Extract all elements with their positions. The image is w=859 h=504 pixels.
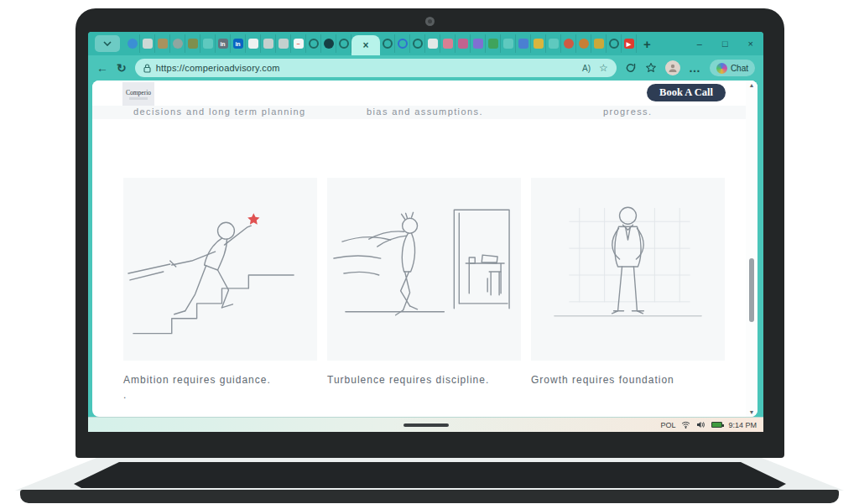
x-blue-icon (518, 39, 528, 49)
document-icon[interactable] (246, 34, 261, 53)
logo-text: Comperio (126, 90, 151, 96)
youtube-icon[interactable]: ▶ (622, 34, 637, 53)
tab-actions-button[interactable] (95, 35, 120, 52)
photos-icon (158, 39, 168, 49)
x-blue-icon[interactable] (516, 34, 531, 53)
camera-icon (173, 39, 183, 49)
scrollbar-thumb[interactable] (749, 258, 754, 322)
power-icon (398, 39, 408, 49)
linkedin-icon: in (233, 39, 243, 49)
read-aloud-icon[interactable]: A) (582, 64, 591, 73)
bolt-yellow-icon[interactable] (591, 34, 607, 53)
faded-tab-icon-2[interactable] (501, 34, 516, 53)
app-window-icon[interactable] (140, 34, 155, 53)
new-tab-button[interactable]: + (643, 37, 651, 51)
note-icon (428, 39, 438, 49)
card-turbulence (327, 178, 521, 361)
illustration-climbing-stairs-to-star (123, 178, 317, 361)
chrome-color-icon[interactable] (561, 34, 576, 53)
site-logo[interactable]: Comperio (122, 82, 154, 107)
laptop-keyboard-recess (71, 462, 789, 488)
faded-tab-icon[interactable] (200, 34, 216, 53)
sheet-icon (263, 39, 273, 49)
globe-icon-2 (339, 39, 349, 49)
favorite-star-icon[interactable]: ☆ (599, 62, 608, 74)
bolt-yellow-icon (594, 39, 604, 49)
illustration-standing-figure-grid (531, 178, 725, 361)
logo-tagline-line (129, 97, 148, 100)
person-icon (668, 63, 678, 73)
lock-icon (143, 64, 151, 73)
restore-button[interactable]: □ (722, 39, 728, 49)
youtube-icon: ▶ (624, 39, 634, 49)
book-a-call-button[interactable]: Book A Call (647, 84, 726, 101)
globe-icon-2[interactable] (336, 34, 351, 53)
back-button[interactable]: ← (96, 62, 108, 74)
globe-icon-3[interactable] (380, 34, 395, 53)
chart-doc-icon[interactable]: ~ (291, 34, 306, 53)
camera-icon[interactable] (170, 34, 185, 53)
fragment-text: progress. (531, 107, 725, 117)
battery-icon[interactable] (711, 422, 722, 428)
fragment-text: bias and assumptions. (327, 107, 521, 117)
linkedin-gray-icon[interactable]: in (216, 34, 231, 53)
more-menu-icon[interactable]: … (689, 62, 701, 74)
chrome-color-icon-2 (579, 39, 589, 49)
wave-magenta-icon[interactable] (456, 34, 471, 53)
language-indicator[interactable]: POL (660, 421, 675, 429)
page-viewport: Comperio Book A Call decisions and long … (92, 81, 757, 417)
refresh-button[interactable]: ↻ (117, 62, 127, 74)
photos-icon[interactable] (155, 34, 170, 53)
faded-tab-icon-2 (503, 39, 513, 49)
page-scrollbar[interactable]: ▲ ▼ (746, 81, 757, 417)
tab-close-icon[interactable]: × (362, 40, 368, 50)
note-icon[interactable] (425, 34, 440, 53)
power-icon[interactable] (395, 34, 410, 53)
browser-window: inin~ × ▶ + – □ × ← ↻ https://comperioad… (88, 32, 763, 432)
address-bar[interactable]: https://comperioadvisory.com A) ☆ (135, 59, 617, 77)
drive-icon (488, 39, 498, 49)
globe-dark-icon[interactable] (321, 34, 336, 53)
image-icon[interactable] (185, 34, 200, 53)
globe-icon-5[interactable] (607, 34, 622, 53)
faded-tab-icon-3[interactable] (546, 34, 561, 53)
spark-yellow-icon[interactable] (531, 34, 546, 53)
linkedin-icon[interactable]: in (231, 34, 246, 53)
edge-icon[interactable] (125, 34, 140, 53)
minimize-button[interactable]: – (697, 39, 702, 49)
laptop-bottom-edge (20, 490, 839, 503)
card-growth (531, 178, 725, 361)
chrome-color-icon-2[interactable] (576, 34, 591, 53)
sheet-icon-2 (279, 39, 289, 49)
speaker-icon[interactable] (696, 421, 705, 429)
copilot-icon (716, 63, 727, 74)
browser-essentials-icon[interactable] (625, 62, 637, 74)
globe-icon-4 (413, 39, 423, 49)
active-tab[interactable]: × (351, 35, 380, 55)
chart-doc-icon: ~ (294, 39, 304, 49)
chevron-down-icon (103, 41, 112, 46)
stray-period-text: . (123, 389, 126, 401)
sheet-icon[interactable] (261, 34, 276, 53)
globe-icon[interactable] (306, 34, 321, 53)
wave-purple-icon[interactable] (471, 34, 486, 53)
wifi-icon[interactable] (681, 421, 690, 429)
scroll-down-arrow[interactable]: ▼ (746, 409, 757, 415)
copilot-chat-button[interactable]: Chat (710, 60, 755, 76)
clock[interactable]: 9:14 PM (728, 421, 757, 429)
profile-avatar[interactable] (665, 60, 680, 75)
card-caption: Ambition requires guidance. (123, 374, 317, 386)
favorites-collections-icon[interactable] (645, 62, 657, 74)
taskbar-center-handle[interactable] (403, 423, 449, 427)
wave-pink-icon[interactable] (440, 34, 456, 53)
close-button[interactable]: × (748, 39, 753, 49)
scroll-up-arrow[interactable]: ▲ (746, 82, 757, 88)
sheet-icon-2[interactable] (276, 34, 291, 53)
edge-icon (128, 39, 138, 49)
image-icon (188, 39, 198, 49)
webcam-dot (425, 17, 435, 26)
globe-icon-4[interactable] (410, 34, 425, 53)
drive-icon[interactable] (486, 34, 501, 53)
fragment-text: decisions and long term planning (123, 107, 317, 117)
spark-yellow-icon (534, 39, 544, 49)
